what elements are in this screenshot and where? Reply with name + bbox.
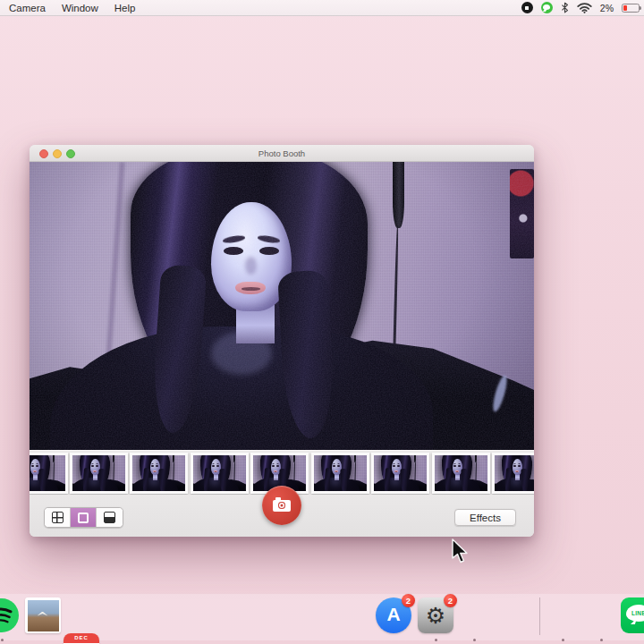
photo-thumbnail[interactable] [492,453,534,494]
menu-bar: Camera Window Help 2% [0,0,644,16]
photo-thumbnail[interactable] [30,453,68,494]
dock-panel [0,594,644,640]
gear-icon: ⚙ [426,603,445,628]
dock-item-image-preview[interactable] [25,597,61,633]
screen-recording-stop-icon[interactable] [521,2,533,13]
desktop: Camera Window Help 2% Photo Boo [0,0,644,644]
mouse-cursor [452,538,473,565]
menu-help[interactable]: Help [114,0,136,16]
dock-item-spotify[interactable] [0,597,20,633]
running-indicator [600,639,603,641]
menu-camera[interactable]: Camera [9,0,46,16]
view-mode-switcher [44,507,123,528]
window-title: Photo Booth [30,145,534,162]
dock-separator [539,597,540,635]
photo-booth-window: Photo Booth [30,145,534,537]
photo-thumbnail[interactable] [311,453,369,494]
four-up-view-button[interactable] [45,508,71,527]
app-store-a-icon: A [386,604,400,624]
spotify-icon [0,597,20,633]
controls-bar: Effects [30,495,534,537]
camera-preview [30,162,534,450]
battery-icon[interactable] [622,4,640,13]
webcam-image [30,162,534,450]
running-indicator [562,639,564,641]
running-indicator [1,639,4,641]
line-messenger-icon[interactable] [541,2,553,13]
camera-icon [273,500,291,512]
running-indicator [435,639,437,641]
burst-view-button[interactable] [97,508,123,527]
film-strip-icon [104,512,115,523]
dock-item-app-store[interactable]: A 2 [376,597,411,633]
single-photo-view-button[interactable] [71,508,97,527]
wifi-icon[interactable] [577,3,592,13]
menu-items: Camera Window Help [0,0,135,16]
photo-thumbnail[interactable] [191,453,249,494]
photo-thumbnail[interactable] [70,453,128,494]
photo-thumbnail[interactable] [130,453,188,494]
calendar-month: DEC [64,633,99,643]
bluetooth-icon[interactable] [561,2,569,13]
effects-button[interactable]: Effects [454,509,516,526]
running-indicator [473,639,476,641]
notification-badge: 2 [402,594,415,607]
landscape-photo-icon [28,600,59,631]
notification-badge: 2 [444,594,457,607]
menu-window[interactable]: Window [62,0,98,16]
take-photo-button[interactable] [262,486,301,525]
battery-percent: 2% [600,3,614,13]
line-bubble-icon: LINE [626,605,644,622]
dock: DEC 24 ••• ♫ A 2 ⚙ [0,590,644,644]
dock-item-system-preferences[interactable]: ⚙ 2 [418,597,453,633]
four-up-grid-icon [52,512,64,523]
photo-thumbnail[interactable] [432,453,490,494]
window-titlebar[interactable]: Photo Booth [30,145,534,162]
single-frame-icon [78,513,89,523]
photo-thumbnail[interactable] [371,453,429,494]
dock-item-line[interactable]: LINE [621,597,644,633]
dock-item-calendar[interactable]: DEC 24 [64,633,99,644]
status-icons: 2% [521,2,644,13]
